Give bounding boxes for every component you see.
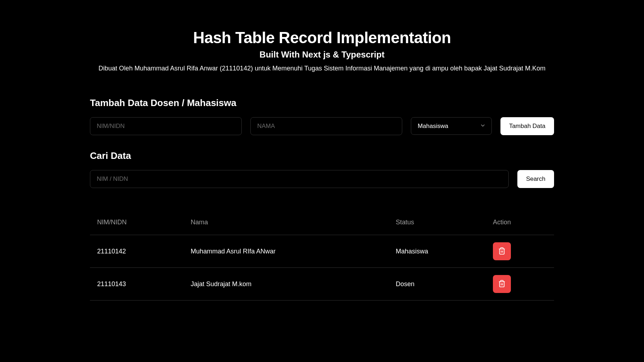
add-data-button[interactable]: Tambah Data <box>500 117 554 135</box>
status-select[interactable]: Mahasiswa <box>411 117 492 135</box>
page-description: Dibuat Oleh Muhammad Asrul Rifa Anwar (2… <box>7 65 637 72</box>
page-subtitle: Built With Next js & Typescript <box>7 50 637 60</box>
table-header-status: Status <box>396 219 493 226</box>
table-cell-status: Dosen <box>396 280 493 288</box>
table-row: 21110142 Muhammad Asrul RIfa ANwar Mahas… <box>90 235 554 268</box>
search-data-title: Cari Data <box>90 150 554 161</box>
trash-icon <box>498 280 506 289</box>
delete-button[interactable] <box>493 275 511 293</box>
table-cell-status: Mahasiswa <box>396 248 493 255</box>
table-cell-nim: 21110142 <box>97 248 191 255</box>
nim-input[interactable] <box>90 117 242 135</box>
table-cell-nama: Jajat Sudrajat M.kom <box>191 280 396 288</box>
table-row: 21110143 Jajat Sudrajat M.kom Dosen <box>90 268 554 301</box>
nama-input[interactable] <box>250 117 402 135</box>
table-header-nama: Nama <box>191 219 396 226</box>
page-title: Hash Table Record Implementation <box>7 29 637 47</box>
add-data-title: Tambah Data Dosen / Mahasiswa <box>90 97 554 109</box>
table-cell-nim: 21110143 <box>97 280 191 288</box>
trash-icon <box>498 247 506 256</box>
table-header-nim: NIM/NIDN <box>97 219 191 226</box>
table-cell-nama: Muhammad Asrul RIfa ANwar <box>191 248 396 255</box>
table-header-action: Action <box>493 219 558 226</box>
search-button[interactable]: Search <box>517 170 554 188</box>
search-input[interactable] <box>90 170 509 188</box>
delete-button[interactable] <box>493 242 511 260</box>
